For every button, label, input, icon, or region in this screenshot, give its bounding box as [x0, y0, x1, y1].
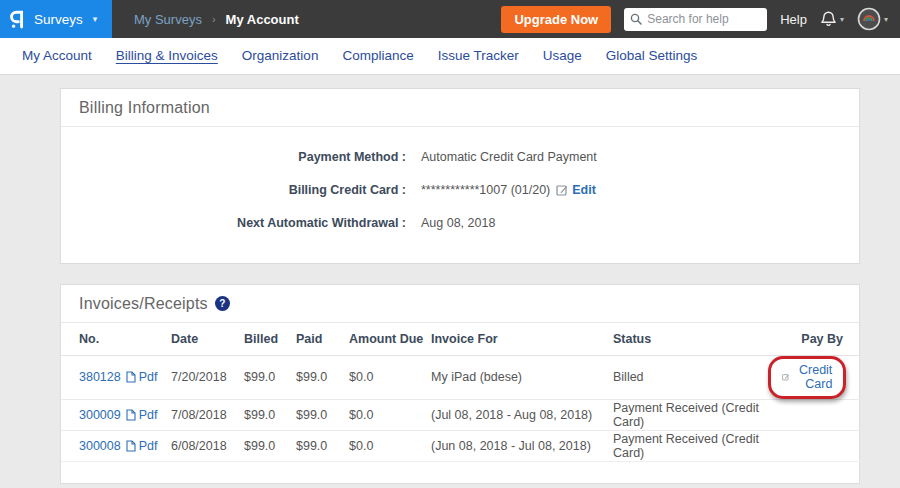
edit-label: Edit — [572, 183, 596, 197]
next-withdrawal-row: Next Automatic Withdrawal : Aug 08, 2018 — [61, 206, 859, 239]
billing-information-body: Payment Method : Automatic Credit Card P… — [61, 127, 859, 263]
billing-information-card: Billing Information Payment Method : Aut… — [60, 88, 860, 264]
upgrade-now-button[interactable]: Upgrade Now — [501, 6, 611, 33]
invoice-date: 7/20/2018 — [171, 355, 244, 399]
col-pay-by: Pay By — [768, 323, 861, 355]
pdf-document-icon — [126, 440, 136, 452]
invoice-status: Payment Received (Credit Card) — [613, 399, 768, 430]
pay-by-credit-card-link[interactable]: Credit Card — [782, 363, 832, 391]
invoice-row-380128: 380128 Pdf 7/20/2018 $99.0 $99.0 $0.0 My… — [61, 355, 861, 399]
col-status: Status — [613, 323, 768, 355]
invoice-paid: $99.0 — [296, 430, 349, 461]
pay-by-label: Credit Card — [794, 363, 832, 391]
pdf-label: Pdf — [139, 408, 158, 422]
billing-credit-card-label: Billing Credit Card : — [61, 183, 406, 197]
breadcrumb-my-account: My Account — [226, 12, 299, 27]
invoice-status: Payment Received (Credit Card) — [613, 430, 768, 461]
tab-my-account[interactable]: My Account — [10, 38, 104, 74]
pencil-square-icon — [782, 371, 789, 383]
table-header-row: No. Date Billed Paid Amount Due Invoice … — [61, 323, 861, 355]
tab-global-settings[interactable]: Global Settings — [594, 38, 710, 74]
pdf-label: Pdf — [139, 439, 158, 453]
billing-information-title: Billing Information — [79, 99, 210, 117]
credit-card-highlight-annotation: Credit Card — [768, 356, 846, 399]
pdf-link[interactable]: Pdf — [126, 408, 158, 422]
col-no: No. — [61, 323, 171, 355]
invoice-paid: $99.0 — [296, 355, 349, 399]
search-input[interactable] — [647, 12, 757, 26]
next-withdrawal-value: Aug 08, 2018 — [421, 216, 495, 230]
breadcrumb: My Surveys › My Account — [134, 12, 299, 27]
questionpro-logo-icon — [9, 8, 26, 30]
notifications-menu[interactable]: ▾ — [820, 10, 844, 28]
invoice-for: (Jul 08, 2018 - Aug 08, 2018) — [431, 399, 613, 430]
invoice-number-link[interactable]: 300009 — [79, 408, 121, 422]
invoice-for: (Jun 08, 2018 - Jul 08, 2018) — [431, 430, 613, 461]
account-tabs: My Account Billing & Invoices Organizati… — [0, 38, 900, 75]
search-icon — [630, 13, 642, 25]
user-avatar — [857, 7, 881, 31]
pdf-link[interactable]: Pdf — [126, 370, 158, 384]
pdf-label: Pdf — [139, 370, 158, 384]
payment-method-value: Automatic Credit Card Payment — [421, 150, 597, 164]
payment-method-row: Payment Method : Automatic Credit Card P… — [61, 140, 859, 173]
invoice-number-link[interactable]: 380128 — [79, 370, 121, 384]
header-actions: Upgrade Now Help ▾ ▾ — [501, 6, 900, 33]
pdf-document-icon — [126, 409, 136, 421]
invoice-pay-by — [768, 430, 861, 461]
invoices-receipts-card: Invoices/Receipts ? No. Date Billed Paid… — [60, 284, 860, 484]
help-link[interactable]: Help — [780, 12, 807, 27]
col-invoice-for: Invoice For — [431, 323, 613, 355]
invoice-number-link[interactable]: 300008 — [79, 439, 121, 453]
pdf-link[interactable]: Pdf — [126, 439, 158, 453]
tab-compliance[interactable]: Compliance — [330, 38, 425, 74]
invoice-billed: $99.0 — [244, 355, 296, 399]
breadcrumb-my-surveys[interactable]: My Surveys — [134, 12, 202, 27]
chevron-down-icon: ▾ — [93, 14, 98, 24]
invoice-row-300008: 300008 Pdf 6/08/2018 $99.0 $99.0 $0.0 (J… — [61, 430, 861, 461]
card-number-masked: ************1007 (01/20) — [421, 183, 550, 197]
table-bottom-padding — [61, 462, 859, 483]
next-withdrawal-label: Next Automatic Withdrawal : — [61, 216, 406, 230]
col-billed: Billed — [244, 323, 296, 355]
help-search[interactable] — [624, 8, 767, 31]
invoices-receipts-header: Invoices/Receipts ? — [61, 285, 859, 323]
billing-credit-card-row: Billing Credit Card : ************1007 (… — [61, 173, 859, 206]
product-menu-label: Surveys — [34, 12, 83, 27]
invoices-table: No. Date Billed Paid Amount Due Invoice … — [61, 323, 861, 462]
invoice-pay-by — [768, 399, 861, 430]
main-content: Billing Information Payment Method : Aut… — [0, 75, 900, 484]
invoice-amount-due: $0.0 — [349, 430, 431, 461]
invoice-date: 7/08/2018 — [171, 399, 244, 430]
invoice-amount-due: $0.0 — [349, 355, 431, 399]
invoices-receipts-title: Invoices/Receipts — [79, 295, 208, 313]
invoice-date: 6/08/2018 — [171, 430, 244, 461]
bell-icon — [820, 10, 837, 28]
invoice-for: My iPad (bdese) — [431, 355, 613, 399]
col-paid: Paid — [296, 323, 349, 355]
pdf-document-icon — [126, 371, 136, 383]
product-menu[interactable]: Surveys ▾ — [0, 0, 112, 38]
tab-usage[interactable]: Usage — [531, 38, 594, 74]
invoice-status: Billed — [613, 355, 768, 399]
user-menu[interactable]: ▾ — [857, 7, 888, 31]
chevron-down-icon: ▾ — [884, 15, 888, 24]
invoice-paid: $99.0 — [296, 399, 349, 430]
payment-method-label: Payment Method : — [61, 150, 406, 164]
billing-credit-card-value: ************1007 (01/20) Edit — [421, 183, 596, 197]
tab-issue-tracker[interactable]: Issue Tracker — [426, 38, 531, 74]
breadcrumb-separator-icon: › — [212, 13, 216, 25]
billing-information-header: Billing Information — [61, 89, 859, 127]
invoice-billed: $99.0 — [244, 430, 296, 461]
invoice-row-300009: 300009 Pdf 7/08/2018 $99.0 $99.0 $0.0 (J… — [61, 399, 861, 430]
col-amount-due: Amount Due — [349, 323, 431, 355]
top-header: Surveys ▾ My Surveys › My Account Upgrad… — [0, 0, 900, 38]
help-question-icon[interactable]: ? — [215, 296, 230, 311]
tab-organization[interactable]: Organization — [230, 38, 331, 74]
col-date: Date — [171, 323, 244, 355]
invoice-amount-due: $0.0 — [349, 399, 431, 430]
tab-billing-invoices[interactable]: Billing & Invoices — [104, 38, 230, 74]
pencil-square-icon — [556, 184, 568, 196]
edit-credit-card-link[interactable]: Edit — [556, 183, 596, 197]
chevron-down-icon: ▾ — [840, 15, 844, 24]
